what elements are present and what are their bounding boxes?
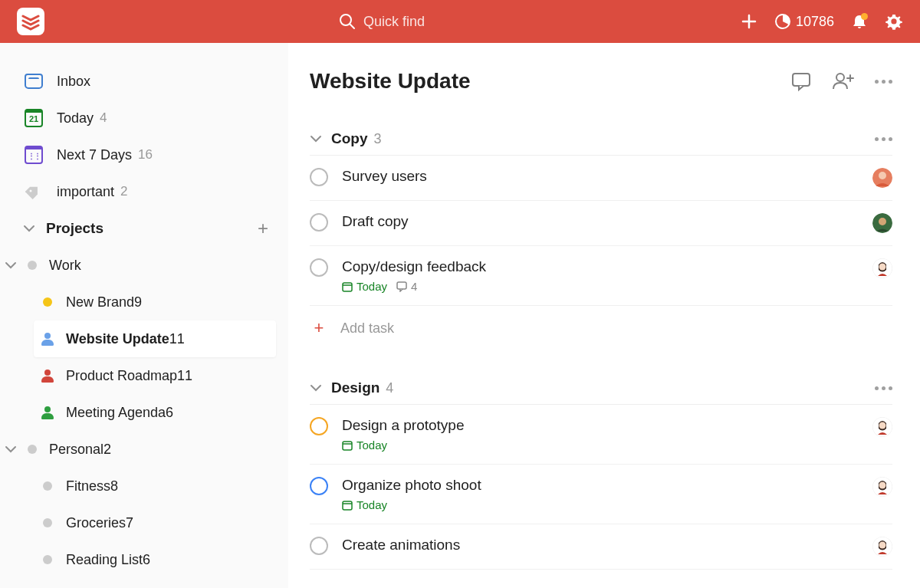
project-label: Meeting Agenda <box>66 405 166 421</box>
project-bullet-icon <box>40 294 55 310</box>
task-checkbox[interactable] <box>310 537 328 555</box>
item-count: 16 <box>138 147 153 163</box>
sidebar-project[interactable]: Fitness 8 <box>34 468 276 504</box>
sidebar-folder[interactable]: Personal 2 <box>0 431 282 468</box>
assignee-avatar[interactable] <box>872 477 892 497</box>
section-header[interactable]: Copy 3 <box>310 123 892 156</box>
today-icon: 21 <box>23 107 44 129</box>
item-count: 11 <box>169 331 185 347</box>
item-count: 2 <box>120 184 127 199</box>
svg-rect-19 <box>397 282 406 289</box>
karma-points[interactable]: 10786 <box>774 13 834 30</box>
sidebar-project[interactable]: Website Update 11 <box>34 320 276 357</box>
task-meta: Today <box>342 498 872 511</box>
project-bullet-icon <box>40 515 55 531</box>
assignee-avatar[interactable] <box>872 417 892 437</box>
item-count: 8 <box>110 478 118 494</box>
calendar-small-icon <box>342 500 353 511</box>
add-project-button[interactable]: + <box>258 218 268 239</box>
project-label: Product Roadmap <box>66 368 177 384</box>
svg-point-12 <box>30 190 32 192</box>
due-date: Today <box>342 280 387 293</box>
task-checkbox[interactable] <box>310 417 328 435</box>
add-person-icon <box>832 71 855 91</box>
plus-icon: + <box>310 318 328 338</box>
person-icon <box>40 331 55 347</box>
sidebar-project[interactable]: Groceries 7 <box>34 504 276 541</box>
comment-small-icon <box>396 281 407 292</box>
sidebar-today[interactable]: 21 Today 4 <box>0 100 282 136</box>
sidebar-item-label: Today <box>57 110 94 126</box>
comments-button[interactable] <box>790 71 812 92</box>
sidebar-important-label[interactable]: important 2 <box>0 173 282 210</box>
search-icon <box>339 13 356 30</box>
tag-icon <box>23 181 44 202</box>
task-checkbox[interactable] <box>310 168 328 186</box>
task-row[interactable]: Survey users <box>310 156 892 201</box>
assignee-avatar[interactable] <box>872 213 892 233</box>
page-title: Website Update <box>310 69 471 94</box>
sidebar: Inbox 21 Today 4 Next 7 Days 16 importan… <box>0 43 288 588</box>
item-count: 11 <box>177 368 192 384</box>
task-name: Copy/design feedback <box>342 258 872 275</box>
project-label: New Brand <box>66 294 134 310</box>
calendar-small-icon <box>342 440 353 451</box>
task-checkbox[interactable] <box>310 213 328 232</box>
item-count: 6 <box>143 552 150 568</box>
task-checkbox[interactable] <box>310 477 328 495</box>
sidebar-project[interactable]: Meeting Agenda 6 <box>34 394 276 431</box>
karma-count: 10786 <box>796 14 834 30</box>
project-bullet-icon <box>40 478 55 494</box>
section-more-button[interactable] <box>875 386 892 390</box>
notifications-button[interactable] <box>851 13 868 30</box>
task-name: Create animations <box>342 537 872 554</box>
assignee-avatar[interactable] <box>872 537 892 557</box>
sidebar-inbox[interactable]: Inbox <box>0 63 282 100</box>
svg-rect-20 <box>343 442 352 450</box>
share-button[interactable] <box>832 71 855 91</box>
comment-icon <box>790 71 812 92</box>
inbox-icon <box>23 71 44 92</box>
main-content: Website Update Copy 3 Survey users <box>288 43 920 588</box>
task-row[interactable]: Design a prototype Today <box>310 405 892 465</box>
section-count: 4 <box>386 380 393 396</box>
comment-count: 4 <box>396 280 417 293</box>
calendar-small-icon <box>342 281 353 292</box>
sidebar-next-7-days[interactable]: Next 7 Days 16 <box>0 136 282 173</box>
item-count: 4 <box>100 110 107 126</box>
calendar-icon <box>23 144 44 166</box>
task-row[interactable]: Organize photo shoot Today <box>310 465 892 524</box>
quick-find[interactable]: Quick find <box>339 13 425 30</box>
svg-rect-22 <box>343 501 352 510</box>
sidebar-projects-header[interactable]: Projects + <box>0 210 282 247</box>
svg-point-14 <box>836 74 844 81</box>
project-bullet-icon <box>40 552 55 567</box>
quick-add-button[interactable] <box>741 13 757 30</box>
sidebar-item-label: important <box>57 184 114 200</box>
section-name: Design <box>331 379 380 396</box>
section-more-button[interactable] <box>875 137 892 141</box>
assignee-avatar[interactable] <box>872 258 892 278</box>
add-task-label: Add task <box>340 320 394 337</box>
item-count: 6 <box>166 405 173 421</box>
task-row[interactable]: Create animations <box>310 524 892 570</box>
person-icon <box>40 405 55 420</box>
sidebar-project[interactable]: Product Roadmap 11 <box>34 357 276 394</box>
svg-rect-17 <box>343 283 352 291</box>
task-row[interactable]: Copy/design feedback Today4 <box>310 246 892 306</box>
app-logo[interactable] <box>17 8 44 35</box>
search-placeholder: Quick find <box>363 14 425 30</box>
settings-button[interactable] <box>885 12 903 31</box>
task-checkbox[interactable] <box>310 258 328 277</box>
folder-bullet-icon <box>28 445 37 454</box>
task-name: Draft copy <box>342 213 872 230</box>
sidebar-folder[interactable]: Work <box>0 247 282 284</box>
section-header[interactable]: Design 4 <box>310 372 892 405</box>
sidebar-project[interactable]: New Brand 9 <box>34 284 276 320</box>
task-name: Design a prototype <box>342 417 872 434</box>
sidebar-project[interactable]: Reading List 6 <box>34 541 276 578</box>
assignee-avatar[interactable] <box>872 168 892 188</box>
add-task-button[interactable]: +Add task <box>310 306 892 350</box>
more-options-button[interactable] <box>875 80 892 84</box>
task-row[interactable]: Draft copy <box>310 201 892 246</box>
